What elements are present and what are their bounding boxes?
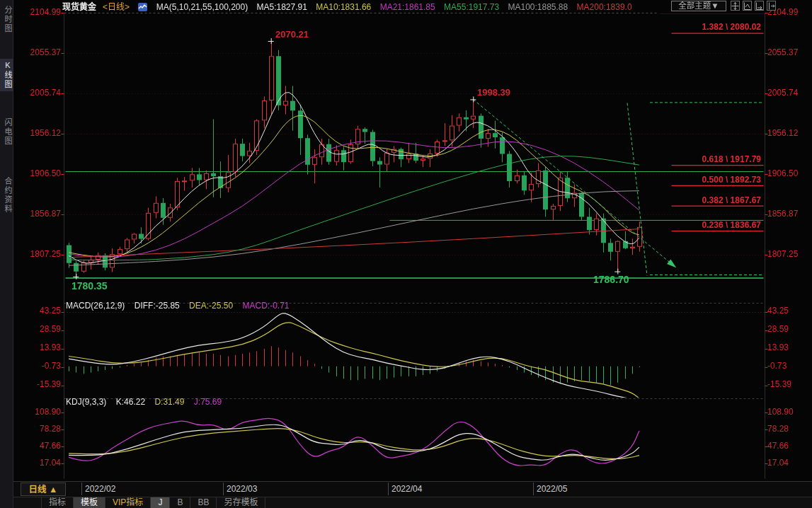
tab-save-template[interactable]: 另存模板 [217, 497, 265, 508]
kdj-axis-label: 17.04 [767, 458, 810, 468]
fit-vertical-axis-icon[interactable] [743, 1, 752, 11]
bottom-tab-bar: 指标 模板 VIP指标 J B BB 另存模板 [13, 497, 812, 508]
kdj-j-value: J:75.69 [194, 397, 222, 407]
mini-kline-icon [138, 3, 147, 11]
macd-diff-value: DIFF:-25.85 [135, 301, 180, 311]
kdj-title: KDJ(9,3,3) [66, 397, 106, 407]
sidebar-item-timeshare[interactable]: 分时图 [0, 4, 13, 35]
macd-axis-label: -15.39 [767, 379, 810, 389]
ma-settings-label: MA(5,10,21,55,100,200) [156, 2, 248, 12]
low-price-annotation: 1780.35 [72, 280, 108, 291]
sidebar-item-lightning[interactable]: 闪电图 [0, 116, 13, 148]
x-axis-label: 2022/04 [391, 484, 422, 494]
macd-value: MACD:-0.71 [242, 301, 289, 311]
trading-app-window: 分时图 K线图 闪电图 合约资料 现货黄金<日线> MA(5,10,21,55,… [0, 0, 812, 508]
move-crosshair-icon[interactable] [731, 1, 740, 11]
left-sidebar: 分时图 K线图 闪电图 合约资料 [0, 0, 13, 508]
date-tick [533, 483, 534, 495]
macd-axis-label: -0.73 [767, 361, 810, 371]
kdj-axis-label: 78.28 [767, 424, 810, 434]
y-axis-label: 1906.50 [20, 168, 61, 178]
date-tick [223, 483, 224, 495]
y-axis-label: 2055.37 [20, 47, 61, 57]
macd-axis-label: -0.73 [20, 361, 61, 371]
fit-horizontal-axis-icon[interactable] [755, 1, 764, 11]
kdj-k-value: K:46.22 [116, 397, 145, 407]
all-themes-button[interactable]: 全部主题▼ [671, 1, 726, 11]
kdj-panel-header: KDJ(9,3,3) K:46.22 D:31.49 J:75.69 [66, 397, 229, 407]
x-axis-label: 2022/05 [537, 484, 567, 494]
fib-level-label[interactable]: 0.382 \ 1867.67 [655, 195, 761, 205]
ma100-value: MA100:1885.88 [508, 2, 568, 12]
ma21-value: MA21:1861.85 [380, 2, 435, 12]
pan-right-icon[interactable] [767, 1, 776, 11]
y-axis-label: 1956.12 [20, 128, 61, 138]
kdj-d-value: D:31.49 [154, 397, 184, 407]
kdj-axis-label: 108.90 [767, 407, 810, 417]
y-axis-label: 2005.74 [767, 88, 810, 98]
y-axis-label: 2005.74 [20, 88, 61, 98]
sidebar-item-kline[interactable]: K线图 [0, 59, 13, 91]
macd-title: MACD(26,12,9) [66, 301, 125, 311]
tab-bb[interactable]: BB [190, 497, 217, 508]
tab-indicators[interactable]: 指标 [41, 497, 74, 508]
kdj-axis-label: 17.04 [20, 458, 61, 468]
sidebar-item-contract-info[interactable]: 合约资料 [0, 175, 13, 216]
y-axis-label: 2055.37 [767, 47, 810, 57]
period-tag: <日线> [103, 2, 130, 12]
macd-axis-label: 43.25 [20, 306, 61, 316]
high-price-annotation: 2070.21 [275, 29, 309, 40]
tab-b[interactable]: B [170, 497, 190, 508]
fib-level-label[interactable]: 0.236 \ 1836.67 [655, 220, 761, 230]
tab-templates[interactable]: 模板 [74, 497, 105, 508]
tab-vip-indicators[interactable]: VIP指标 [105, 497, 151, 508]
y-axis-label: 1856.87 [20, 209, 61, 219]
kdj-axis-label: 47.66 [20, 441, 61, 451]
fib-level-label[interactable]: 0.500 \ 1892.73 [655, 175, 761, 185]
tab-j[interactable]: J [151, 497, 170, 508]
macd-axis-label: 28.59 [20, 324, 61, 334]
low-price-annotation: 1786.70 [593, 274, 629, 285]
fib-level-label[interactable]: 0.618 \ 1917.79 [655, 154, 761, 164]
ma200-value: MA200:1839.0 [577, 2, 632, 12]
symbol-title: 现货黄金 [62, 2, 96, 12]
y-axis-label: 1856.87 [767, 209, 810, 219]
macd-axis-label: 43.25 [767, 306, 810, 316]
macd-axis-label: -15.39 [20, 379, 61, 389]
macd-axis-label: 13.93 [20, 342, 61, 352]
fib-level-label[interactable]: 1.382 \ 2080.02 [655, 22, 761, 32]
y-axis-label: 1906.50 [767, 168, 810, 178]
macd-axis-label: 28.59 [767, 324, 810, 334]
chart-canvas[interactable] [0, 0, 812, 508]
chart-header: 现货黄金<日线> MA(5,10,21,55,100,200) MA5:1827… [13, 0, 812, 13]
kdj-axis-label: 78.28 [20, 424, 61, 434]
kdj-axis-label: 108.90 [20, 407, 61, 417]
date-tick [81, 483, 82, 495]
x-axis-label: 2022/02 [85, 484, 115, 494]
y-axis-label: 1807.25 [20, 249, 61, 259]
y-axis-label: 1956.12 [767, 128, 810, 138]
macd-axis-label: 13.93 [767, 342, 810, 352]
macd-dea-value: DEA:-25.50 [189, 301, 233, 311]
y-axis-label: 1807.25 [767, 249, 810, 259]
ma55-value: MA55:1917.73 [444, 2, 499, 12]
x-axis-label: 2022/03 [227, 484, 257, 494]
ma10-value: MA10:1831.66 [316, 2, 371, 12]
period-selector-button[interactable]: 日线 ▲ [21, 483, 66, 496]
date-tick [388, 483, 389, 495]
macd-panel-header: MACD(26,12,9) DIFF:-25.85 DEA:-25.50 MAC… [66, 301, 297, 311]
ma5-value: MA5:1827.91 [257, 2, 307, 12]
kdj-axis-label: 47.66 [767, 441, 810, 451]
high-price-annotation: 1998.39 [477, 87, 510, 98]
date-axis-bar: 日线 ▲ 2022/02 2022/03 2022/04 2022/05 [13, 481, 812, 497]
